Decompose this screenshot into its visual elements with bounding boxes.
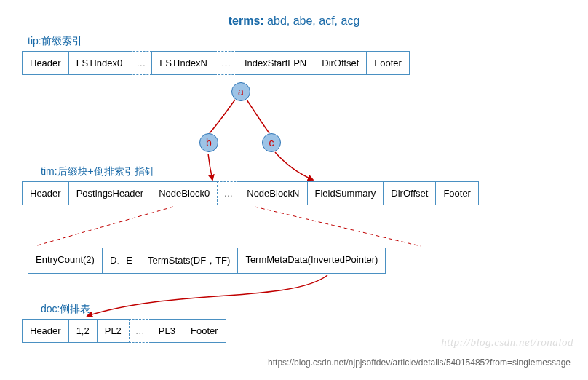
cell: … [129,319,151,343]
cell: FSTIndex0 [68,51,131,75]
cell: TermMetaData(InvertedPointer) [237,248,386,274]
tree-node-b: b [199,133,218,152]
cell: Header [22,181,69,205]
cell: Header [22,319,69,343]
tip-label: tip:前缀索引 [28,35,573,48]
doc-label: doc:倒排表 [41,303,90,316]
terms-header: terms: abd, abe, acf, acg [15,15,573,28]
cell: Footer [183,319,226,343]
tree-container: a b c tim:后缀块+倒排索引指针 [15,79,573,181]
cell: IndexStartFPN [237,51,314,75]
cell: … [215,51,237,75]
cell: Footer [366,51,410,75]
cell: EntryCount(2) [28,248,103,274]
cell: DirOffset [383,181,436,205]
detail-row: EntryCount(2)D、ETermStats(DF，TF)TermMeta… [28,248,573,274]
cell: … [217,181,239,205]
citation-link: https://blog.csdn.net/njpjsoftdev/articl… [15,357,571,368]
cell: 1,2 [68,319,98,343]
cell: … [130,51,152,75]
tim-row: HeaderPostingsHeaderNodeBlock0…NodeBlock… [22,181,573,205]
cell: PostingsHeader [68,181,152,205]
cell: PL2 [97,319,130,343]
tim-label: tim:后缀块+倒排索引指针 [41,165,155,178]
tree-node-c: c [262,133,281,152]
terms-value: abd, abe, acf, acg [267,15,359,27]
cell: DirOffset [314,51,367,75]
cell: NodeBlock0 [151,181,218,205]
cell: Footer [435,181,479,205]
tip-row: HeaderFSTIndex0…FSTIndexN…IndexStartFPND… [22,51,573,75]
cell: FSTIndexN [151,51,215,75]
cell: D、E [102,248,140,274]
cell: Header [22,51,69,75]
terms-prefix: terms: [229,15,264,27]
cell: FieldSummary [307,181,384,205]
watermark: http://blog.csdn.net/ronalod [441,336,573,349]
cell: PL3 [151,319,183,343]
cell: TermStats(DF，TF) [140,248,238,274]
cell: NodeBlockN [239,181,307,205]
tree-node-a: a [231,82,250,101]
